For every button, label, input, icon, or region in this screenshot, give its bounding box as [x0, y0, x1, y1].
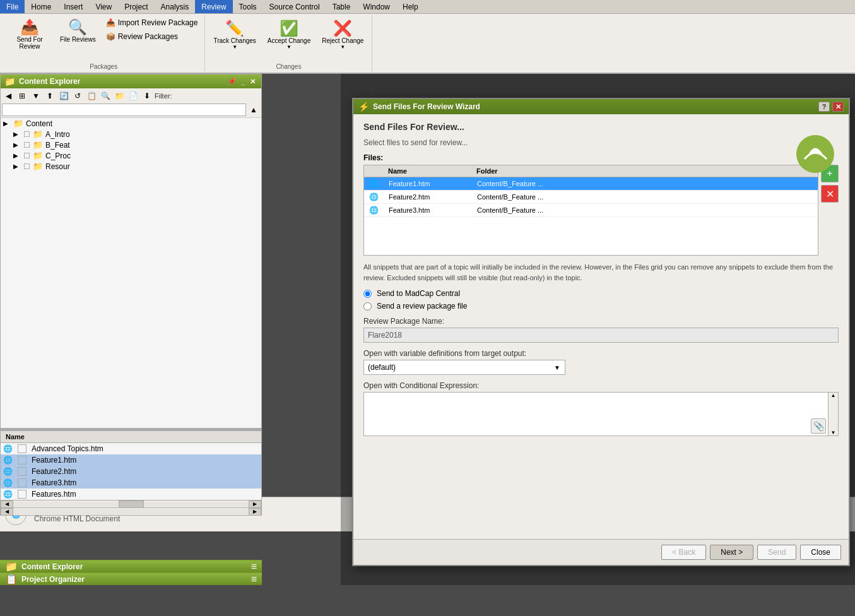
file-row-advanced[interactable]: 🌐 Advanced Topics.htm	[1, 443, 261, 454]
dialog-help-btn[interactable]: ?	[818, 102, 830, 112]
tree-item-resour[interactable]: ▶ ☐ 📁 Resour	[1, 161, 261, 172]
tb-back-btn[interactable]: ◀	[2, 90, 15, 102]
tb-dropdown-btn[interactable]: ▼	[30, 90, 42, 102]
file-chrome-icon-f3: 🌐	[3, 478, 13, 487]
scroll-left-btn2[interactable]: ◀	[1, 508, 13, 516]
file-row-icon-2: 🌐	[364, 204, 384, 216]
tree-item-cproc[interactable]: ▶ ☐ 📁 C_Proc	[1, 150, 261, 161]
remove-file-btn[interactable]: ✕	[821, 185, 839, 203]
close-dialog-btn[interactable]: Close	[800, 545, 841, 560]
scroll-thumb[interactable]	[119, 500, 144, 508]
file-check-f1[interactable]	[18, 456, 27, 465]
project-organizer-panel-label: Project Organizer	[21, 575, 85, 584]
name-col-header[interactable]: Name	[1, 432, 261, 442]
file-row-feature1[interactable]: 🌐 Feature1.htm	[1, 454, 261, 466]
content-explorer-panel-btn[interactable]: 📁 Content Explorer ≡	[0, 560, 262, 572]
menu-source-control[interactable]: Source Control	[263, 0, 326, 13]
menu-help[interactable]: Help	[396, 0, 425, 13]
menu-project[interactable]: Project	[118, 0, 154, 13]
send-madcap-radio-row[interactable]: Send to MadCap Central	[363, 289, 839, 298]
file-check-advanced[interactable]	[18, 444, 27, 453]
file-row-feature3[interactable]: 🌐 Feature3.htm	[1, 477, 261, 489]
content-explorer-menu-btn[interactable]: ≡	[251, 561, 257, 572]
send-package-radio-row[interactable]: Send a review package file	[363, 302, 839, 311]
tree-item-aintro[interactable]: ▶ ☐ 📁 A_Intro	[1, 129, 261, 139]
back-btn[interactable]: < Back	[661, 545, 706, 560]
send-madcap-radio[interactable]	[363, 290, 372, 298]
filter-input[interactable]	[2, 104, 246, 116]
tb-refresh-btn[interactable]: ↺	[71, 90, 84, 102]
menu-table[interactable]: Table	[326, 0, 357, 13]
panel-close-btn[interactable]: ✕	[248, 78, 257, 86]
file-row-name-2: Feature3.htm	[384, 204, 472, 216]
h-scrollbar[interactable]: ◀ ▶	[1, 500, 261, 507]
reject-change-btn[interactable]: ❌ Reject Change ▼	[317, 16, 368, 53]
send-for-review-btn[interactable]: 📤 Send For Review	[6, 16, 53, 53]
tree-label-a: A_Intro	[45, 130, 70, 139]
textarea-scrollbar[interactable]: ▲ ▼	[828, 392, 839, 436]
track-changes-icon: ✏️	[225, 20, 244, 37]
file-reviews-icon: 🔍	[68, 20, 87, 35]
tb-up-btn[interactable]: ⬆	[44, 90, 56, 102]
menu-insert[interactable]: Insert	[57, 0, 89, 13]
file-chrome-icon-f2: 🌐	[3, 467, 13, 476]
folder-col-header[interactable]: Folder	[471, 165, 818, 177]
import-review-package-btn[interactable]: 📥 Import Review Package	[103, 16, 201, 29]
tb-new-file-btn[interactable]: 📄	[127, 90, 139, 102]
attach-btn[interactable]: 📎	[811, 418, 826, 434]
tb-view-btn[interactable]: ⊞	[16, 90, 28, 102]
scroll-left-btn[interactable]: ◀	[1, 500, 13, 508]
menu-analysis[interactable]: Analysis	[155, 0, 196, 13]
tb-filter-scroll-btn[interactable]: ▲	[247, 104, 260, 116]
conditional-expression-textarea[interactable]	[363, 392, 828, 436]
menu-tools[interactable]: Tools	[233, 0, 263, 13]
project-organizer-panel-btn[interactable]: 📋 Project Organizer ≡	[0, 572, 262, 585]
tb-search-btn[interactable]: 🔍	[99, 90, 112, 102]
menu-view[interactable]: View	[89, 0, 118, 13]
accept-change-btn[interactable]: ✅ Accept Change ▼	[263, 16, 315, 53]
name-col-header-dialog[interactable]: Name	[383, 165, 471, 177]
menu-review[interactable]: Review	[195, 0, 232, 13]
scroll-up-btn[interactable]: ▲	[828, 393, 838, 398]
panel-pin-btn[interactable]: 📌	[225, 78, 238, 86]
files-section-label: Files:	[363, 153, 839, 162]
h-scrollbar2[interactable]: ◀ ▶	[1, 507, 261, 515]
next-btn[interactable]: Next >	[710, 545, 753, 560]
scroll-right-btn[interactable]: ▶	[249, 500, 261, 508]
file-row-features[interactable]: 🌐 Features.htm	[1, 489, 261, 500]
project-organizer-menu-btn[interactable]: ≡	[251, 574, 257, 585]
tb-new-folder-btn[interactable]: 📁	[113, 90, 126, 102]
file-row-feature2[interactable]: 🌐 Feature2.htm	[1, 466, 261, 477]
scroll-track2	[144, 502, 249, 507]
variable-definitions-select[interactable]: (default)	[363, 360, 565, 375]
scroll-track[interactable]	[13, 502, 119, 507]
dialog-file-row-0[interactable]: 🌐 Feature1.htm Content/B_Feature ...	[364, 177, 818, 191]
send-package-radio[interactable]	[363, 302, 372, 311]
dialog-close-btn[interactable]: ✕	[832, 102, 844, 112]
dialog-file-row-2[interactable]: 🌐 Feature3.htm Content/B_Feature ...	[364, 204, 818, 217]
send-btn[interactable]: Send	[757, 545, 796, 560]
track-changes-btn[interactable]: ✏️ Track Changes ▼	[209, 16, 260, 53]
review-packages-btn[interactable]: 📦 Review Packages	[103, 30, 201, 43]
dialog-section-title: Send Files For Review...	[363, 122, 839, 132]
file-check-f3[interactable]	[18, 478, 27, 487]
menu-window[interactable]: Window	[357, 0, 396, 13]
menu-file[interactable]: File	[0, 0, 25, 13]
panel-minimize-btn[interactable]: _	[239, 78, 247, 86]
tb-import-btn[interactable]: ⬇	[141, 90, 153, 102]
scroll-down-btn[interactable]: ▼	[828, 430, 838, 435]
tree-item-bfeat[interactable]: ▶ ☐ 📁 B_Feat	[1, 139, 261, 150]
dialog-file-row-1[interactable]: 🌐 Feature2.htm Content/B_Feature ...	[364, 191, 818, 204]
file-check-features[interactable]	[18, 490, 27, 499]
file-name-feature1: Feature1.htm	[32, 456, 259, 465]
scroll-right-btn2[interactable]: ▶	[249, 508, 261, 516]
tb-copy-btn[interactable]: 📋	[85, 90, 98, 102]
file-check-f2[interactable]	[18, 467, 27, 476]
tree-item-content[interactable]: ▶ 📁 Content	[1, 118, 261, 129]
file-name-advanced: Advanced Topics.htm	[32, 444, 259, 453]
menu-home[interactable]: Home	[25, 0, 57, 13]
file-reviews-btn[interactable]: 🔍 File Reviews	[56, 16, 100, 46]
review-package-name-input[interactable]	[363, 328, 839, 343]
file-row-icon-1: 🌐	[364, 191, 384, 203]
tb-sync-btn[interactable]: 🔄	[57, 90, 70, 102]
